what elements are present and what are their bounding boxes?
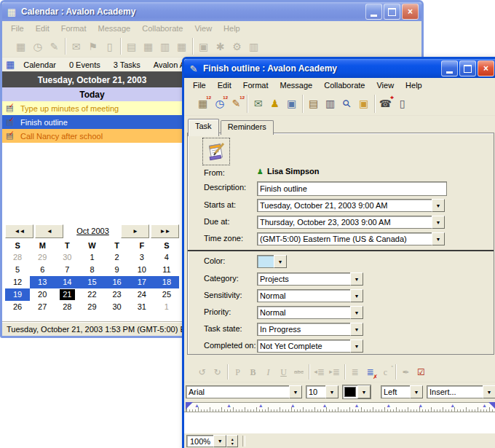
tab-calendar[interactable]: Calendar <box>23 60 56 69</box>
calendar-day[interactable]: 2 <box>105 251 130 264</box>
calendar-day[interactable]: 30 <box>105 301 130 313</box>
spell-check-icon[interactable]: ≣✗ <box>363 366 377 379</box>
menu-file[interactable]: File <box>187 79 212 91</box>
send-message-icon[interactable]: ✉ <box>68 39 84 54</box>
menu-message[interactable]: Message <box>92 23 137 34</box>
maximize-button[interactable] <box>384 4 400 20</box>
undo-icon[interactable]: ↺ <box>195 366 209 379</box>
dropdown-arrow-icon[interactable]: ▼ <box>325 385 338 398</box>
spinner-down-icon[interactable]: ▾ <box>231 441 234 446</box>
menu-collaborate[interactable]: Collaborate <box>318 79 371 91</box>
tools-icon[interactable]: ⚙ <box>229 39 245 54</box>
plain-text-icon[interactable]: P <box>231 366 245 379</box>
right-margin-marker[interactable] <box>488 402 495 409</box>
indent-icon[interactable]: ▸≣ <box>328 366 341 379</box>
font-select[interactable]: Arial ▼ <box>186 385 302 398</box>
menu-view[interactable]: View <box>371 79 400 91</box>
calendar-day[interactable]: 25 <box>154 288 179 301</box>
timezone-select[interactable]: (GMT-5:00) Eastern Time (US & Canada) ▼ <box>257 232 445 245</box>
message-list-icon[interactable]: ▤ <box>306 96 321 111</box>
message-body[interactable] <box>184 412 495 433</box>
address-card-icon[interactable]: ▣ <box>284 96 299 111</box>
calendar-day[interactable]: 13 <box>30 276 55 288</box>
folder-icon[interactable]: ▣ <box>356 96 371 111</box>
menu-format[interactable]: Format <box>237 79 274 91</box>
close-button[interactable]: × <box>402 4 419 20</box>
dropdown-arrow-icon[interactable]: ▼ <box>350 289 363 302</box>
phone-message-icon[interactable]: ✉ <box>250 96 266 111</box>
outdent-icon[interactable]: ◂≣ <box>312 366 326 379</box>
dropdown-arrow-icon[interactable]: ▼ <box>350 306 363 319</box>
category-select[interactable]: Projects ▼ <box>257 272 363 286</box>
flag-icon[interactable]: ⚑ <box>85 39 100 54</box>
tab-stop-marker[interactable]: ▲ <box>354 403 359 408</box>
year-view-icon[interactable]: ▦ <box>174 39 189 54</box>
tab-task[interactable]: Task <box>188 119 219 136</box>
prev-year-button[interactable]: ◄◄ <box>5 224 33 238</box>
calendar-day[interactable]: 4 <box>154 251 179 264</box>
menu-format[interactable]: Format <box>55 23 92 34</box>
close-button[interactable]: × <box>478 60 494 76</box>
calendar-day[interactable]: 12 <box>5 276 30 288</box>
font-color-select[interactable]: ▼ <box>342 385 371 399</box>
ruler[interactable]: ▲▲▲▲▲▲▲▲▲▲ <box>184 401 495 412</box>
menu-help[interactable]: Help <box>400 79 428 91</box>
tab-stop-marker[interactable]: ▲ <box>258 403 264 408</box>
calendar-day[interactable]: 8 <box>79 264 104 276</box>
dropdown-arrow-icon[interactable]: ▼ <box>410 385 423 398</box>
italic-icon[interactable]: I <box>261 366 275 379</box>
calendar-day[interactable]: 22 <box>79 288 104 301</box>
dropdown-arrow-icon[interactable]: ▼ <box>357 385 371 398</box>
calendar-day[interactable]: 26 <box>5 301 30 313</box>
month-label[interactable]: Oct 2003 <box>65 227 121 235</box>
dropdown-arrow-icon[interactable]: ▼ <box>350 272 363 286</box>
calendar-day[interactable]: 30 <box>55 251 79 264</box>
tab-stop-marker[interactable]: ▲ <box>226 403 231 408</box>
month-view-icon[interactable]: ▥ <box>157 39 173 54</box>
tab-stop-marker[interactable]: ▲ <box>290 403 296 408</box>
priority-select[interactable]: Normal ▼ <box>257 306 363 319</box>
calendar-day[interactable]: 17 <box>130 276 154 288</box>
tab-stop-marker[interactable]: ▲ <box>322 403 328 408</box>
calendar-day[interactable]: 16 <box>105 276 130 288</box>
tab-stop-marker[interactable]: ▲ <box>194 403 199 408</box>
calendar-titlebar[interactable]: ▦ Calendar : Avalon Academy × <box>2 2 421 21</box>
folder-icon[interactable]: ▣ <box>196 39 211 54</box>
dropdown-arrow-icon[interactable]: ▼ <box>213 435 226 447</box>
calendar-day[interactable]: 19 <box>5 288 30 301</box>
calendar-day[interactable]: 1 <box>154 301 179 313</box>
maximize-button[interactable] <box>459 60 476 76</box>
bullet-list-icon[interactable]: ≣ <box>348 366 362 379</box>
zoom-spinner[interactable]: ▴▾ <box>226 435 238 447</box>
search-icon[interactable]: ⚲ <box>339 96 355 111</box>
due-at-select[interactable]: Thursday, October 23, 2003 9:00 AM ▼ <box>257 216 445 229</box>
calendar-day[interactable]: 23 <box>105 288 130 301</box>
calendar-day[interactable]: 3 <box>130 251 154 264</box>
new-task-icon[interactable]: ✎ <box>47 39 62 54</box>
day-view-icon[interactable]: ▤ <box>124 39 139 54</box>
completed-on-select[interactable]: Not Yet Complete ▼ <box>257 339 363 353</box>
zoom-select[interactable]: 100% ▼ ▴▾ <box>186 435 238 447</box>
insert-select[interactable]: Insert... ▼ <box>427 385 495 398</box>
menu-edit[interactable]: Edit <box>30 23 55 34</box>
calendar-day[interactable]: 1 <box>79 251 104 264</box>
delete-icon[interactable]: ▯ <box>102 39 117 54</box>
bold-icon[interactable]: B <box>246 366 260 379</box>
underline-icon[interactable]: U <box>277 366 290 379</box>
calendar-day[interactable]: 9 <box>105 264 130 276</box>
dial-phone-icon[interactable]: ☎✚ <box>378 96 393 111</box>
dropdown-arrow-icon[interactable]: ▼ <box>274 255 287 268</box>
checkbox-icon[interactable]: ☑ <box>414 366 428 379</box>
alignment-select[interactable]: Left ▼ <box>381 385 423 398</box>
print-icon[interactable]: ▥ <box>246 39 261 54</box>
menu-view[interactable]: View <box>189 23 218 34</box>
menu-help[interactable]: Help <box>218 23 246 34</box>
pen-icon[interactable]: ✒ <box>399 366 413 379</box>
tab-stop-marker[interactable]: ▲ <box>418 403 423 408</box>
print-icon[interactable]: ▥ <box>322 96 338 111</box>
font-size-select[interactable]: 10 ▼ <box>306 385 338 398</box>
calendar-day[interactable]: 24 <box>130 288 154 301</box>
contact-icon[interactable]: ♟ <box>267 96 282 111</box>
tab-stop-marker[interactable]: ▲ <box>482 403 487 408</box>
tab-reminders[interactable]: Reminders <box>221 120 274 135</box>
